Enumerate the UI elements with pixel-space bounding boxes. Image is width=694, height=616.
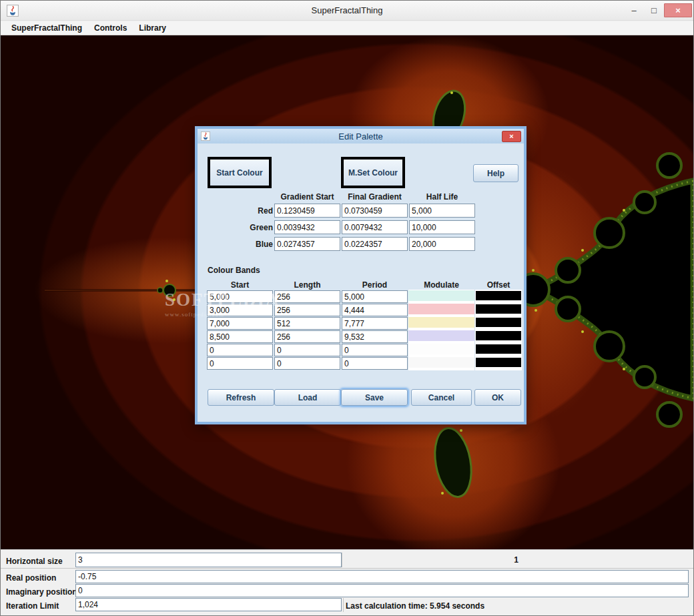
- control-panel: Horizontal size 1 Real position Imaginar…: [1, 549, 693, 616]
- band1-modulate-swatch[interactable]: [408, 290, 474, 301]
- header-gradient-start: Gradient Start: [274, 192, 340, 202]
- iteration-limit-input[interactable]: [75, 598, 342, 611]
- colour-bands-label: Colour Bands: [208, 266, 260, 275]
- blue-gradient-start-input[interactable]: [274, 237, 340, 251]
- header-modulate: Modulate: [408, 280, 474, 290]
- close-button[interactable]: ×: [664, 3, 692, 17]
- menu-bar: SuperFractalThing Controls Library: [1, 21, 693, 35]
- band2-period-input[interactable]: [342, 304, 408, 316]
- band6-period-input[interactable]: [342, 357, 408, 370]
- horizontal-size-input[interactable]: [75, 553, 342, 567]
- imaginary-position-label: Imaginary position: [6, 587, 77, 597]
- dialog-close-button[interactable]: ×: [502, 131, 521, 142]
- band3-offset-bar[interactable]: [476, 318, 521, 327]
- java-app-icon: [7, 5, 19, 17]
- band3-period-input[interactable]: [342, 317, 408, 330]
- header-offset: Offset: [475, 280, 522, 290]
- green-final-gradient-input[interactable]: [342, 220, 408, 234]
- load-button[interactable]: Load: [274, 389, 341, 406]
- window-title: SuperFractalThing: [1, 5, 693, 15]
- iteration-limit-label: Iteration Limit: [6, 601, 59, 611]
- green-gradient-start-input[interactable]: [274, 220, 340, 234]
- real-position-label: Real position: [6, 573, 56, 583]
- mset-colour-button[interactable]: M.Set Colour: [341, 157, 405, 188]
- maximize-button[interactable]: □: [644, 3, 664, 17]
- red-final-gradient-input[interactable]: [342, 204, 408, 218]
- band1-start-input[interactable]: [207, 290, 273, 303]
- band1-period-input[interactable]: [342, 290, 408, 303]
- band2-start-input[interactable]: [207, 304, 273, 316]
- red-half-life-input[interactable]: [409, 204, 475, 218]
- menu-controls[interactable]: Controls: [88, 22, 133, 34]
- application-window: SuperFractalThing – □ × SuperFractalThin…: [0, 0, 694, 616]
- band3-length-input[interactable]: [274, 317, 340, 330]
- header-length: Length: [274, 280, 340, 290]
- band5-length-input[interactable]: [274, 344, 340, 356]
- band6-offset-bar[interactable]: [476, 358, 521, 367]
- row-separator: [1, 568, 693, 569]
- green-half-life-input[interactable]: [409, 220, 475, 234]
- real-position-input[interactable]: [75, 570, 689, 583]
- band5-offset-bar[interactable]: [476, 344, 521, 354]
- blue-row-label: Blue: [206, 240, 273, 249]
- band5-period-input[interactable]: [342, 344, 408, 356]
- minimize-button[interactable]: –: [624, 3, 644, 17]
- help-button[interactable]: Help: [473, 164, 518, 182]
- band3-modulate-swatch[interactable]: [408, 317, 474, 328]
- blue-half-life-input[interactable]: [409, 237, 475, 251]
- save-button[interactable]: Save: [341, 389, 408, 406]
- band4-offset-bar[interactable]: [476, 331, 521, 340]
- header-final-gradient: Final Gradient: [342, 192, 408, 202]
- menu-library[interactable]: Library: [133, 22, 172, 34]
- dialog-body: Start Colour M.Set Colour Help Gradient …: [198, 143, 524, 422]
- band5-start-input[interactable]: [207, 344, 273, 356]
- dialog-title: Edit Palette: [198, 131, 524, 141]
- blue-final-gradient-input[interactable]: [342, 237, 408, 251]
- band2-modulate-swatch[interactable]: [408, 304, 474, 314]
- band4-modulate-swatch[interactable]: [408, 330, 474, 341]
- refresh-button[interactable]: Refresh: [208, 389, 274, 406]
- ok-button[interactable]: OK: [474, 389, 521, 406]
- last-calculation-text: Last calculation time: 5.954 seconds: [346, 601, 484, 611]
- fractal-canvas[interactable]: SOFTPEDIA www.softpedia.com Edit Palette…: [1, 35, 693, 549]
- band5-modulate-swatch[interactable]: [408, 344, 474, 354]
- edit-palette-dialog: Edit Palette × Start Colour M.Set Colour…: [195, 126, 527, 424]
- band3-start-input[interactable]: [207, 317, 273, 330]
- dialog-title-bar: Edit Palette ×: [198, 129, 524, 143]
- band6-length-input[interactable]: [274, 357, 340, 370]
- red-gradient-start-input[interactable]: [274, 204, 340, 218]
- column-separator: [343, 598, 344, 612]
- band1-offset-bar[interactable]: [476, 291, 521, 300]
- scale-value: 1: [514, 555, 518, 565]
- scale-indicator: 1: [342, 553, 690, 567]
- start-colour-button[interactable]: Start Colour: [208, 157, 272, 188]
- header-start: Start: [207, 280, 273, 290]
- band6-start-input[interactable]: [207, 357, 273, 370]
- horizontal-size-label: Horizontal size: [6, 557, 63, 566]
- window-controls: – □ ×: [624, 1, 693, 20]
- menu-superfractalthing[interactable]: SuperFractalThing: [5, 22, 88, 34]
- green-row-label: Green: [206, 223, 273, 232]
- band6-modulate-swatch[interactable]: [408, 357, 474, 368]
- red-row-label: Red: [206, 206, 273, 216]
- band2-length-input[interactable]: [274, 304, 340, 316]
- band4-period-input[interactable]: [342, 330, 408, 343]
- band4-length-input[interactable]: [274, 330, 340, 343]
- title-bar: SuperFractalThing – □ ×: [1, 1, 693, 21]
- java-dialog-icon: [201, 131, 210, 141]
- header-half-life: Half Life: [409, 192, 475, 202]
- band2-offset-bar[interactable]: [476, 304, 521, 314]
- cancel-button[interactable]: Cancel: [411, 389, 472, 406]
- band4-start-input[interactable]: [207, 330, 273, 343]
- header-period: Period: [342, 280, 408, 290]
- imaginary-position-input[interactable]: [75, 584, 689, 597]
- band1-length-input[interactable]: [274, 290, 340, 303]
